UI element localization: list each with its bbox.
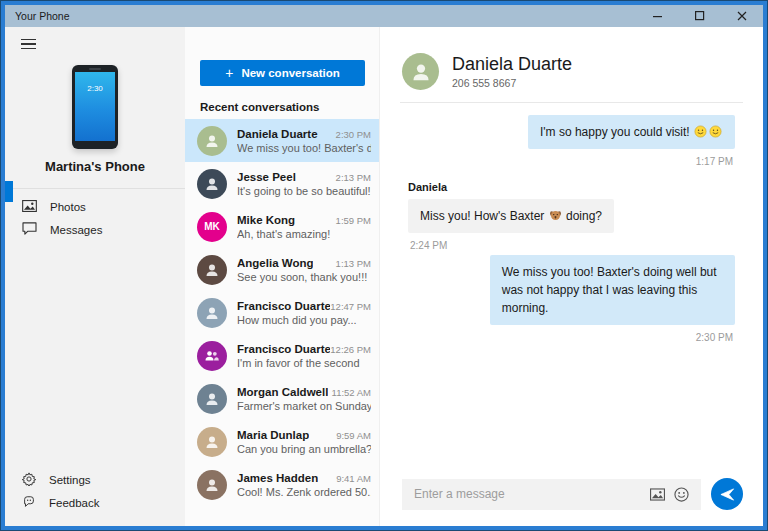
conversation-preview: I'm in favor of the second (237, 357, 371, 369)
conversation-preview: We miss you too! Baxter's doing ... (237, 142, 371, 154)
conversation-name: Daniela Duarte (237, 128, 318, 140)
sidebar-item-settings[interactable]: Settings (5, 468, 185, 491)
conversation-list-item[interactable]: Angelia Wong1:13 PMSee you soon, thank y… (185, 248, 379, 291)
group-avatar (197, 341, 227, 371)
avatar (197, 169, 227, 199)
conversation-preview: Cool! Ms. Zenk ordered 50... (237, 486, 371, 498)
emoji-picker-icon[interactable] (669, 482, 693, 506)
conversation-name: Angelia Wong (237, 257, 313, 269)
conversation-preview: It's going to be so beautiful! (237, 185, 371, 197)
conversation-time: 2:30 PM (336, 129, 371, 140)
conversation-preview: Farmer's market on Sunday? (237, 400, 371, 412)
gear-icon (22, 472, 36, 488)
conversation-time: 1:13 PM (336, 258, 371, 269)
nav-label: Feedback (49, 497, 100, 509)
contact-avatar[interactable] (402, 53, 439, 90)
conversation-preview: How much did you pay... (237, 314, 371, 326)
dog-emoji (549, 209, 562, 222)
nav-label: Photos (50, 201, 86, 213)
titlebar: Your Phone (5, 5, 763, 27)
avatar (197, 255, 227, 285)
window-title: Your Phone (15, 10, 70, 22)
conversation-list-item[interactable]: Daniela Duarte2:30 PMWe miss you too! Ba… (185, 119, 379, 162)
sidebar: 2:30 Martina's Phone PhotosMessages Sett… (5, 27, 185, 526)
sidebar-divider (5, 188, 185, 189)
conversation-preview: See you soon, thank you!!! (237, 271, 371, 283)
conversation-time: 12:26 PM (330, 344, 371, 355)
avatar (197, 384, 227, 414)
chat-panel: Daniela Duarte 206 555 8667 I'm so happy… (379, 27, 763, 526)
message-input-wrap (402, 479, 701, 510)
send-button[interactable] (711, 478, 743, 510)
sidebar-item-feedback[interactable]: Feedback (5, 491, 185, 514)
feedback-icon (22, 495, 36, 511)
conversation-name: James Hadden (237, 472, 318, 484)
message-bubble: We miss you too! Baxter's doing well but… (490, 255, 735, 325)
message-timestamp: 2:30 PM (696, 332, 733, 343)
message-sender: Daniela (408, 181, 447, 193)
avatar (197, 298, 227, 328)
conversation-list-item[interactable]: Francisco Duarte12:47 PMHow much did you… (185, 291, 379, 334)
selected-nav-indicator (5, 181, 13, 202)
conversation-time: 11:52 AM (332, 387, 371, 398)
nav-label: Messages (50, 224, 102, 236)
conversation-time: 9:41 AM (336, 473, 371, 484)
conversation-list-item[interactable]: MKMike Kong1:59 PMAh, that's amazing! (185, 205, 379, 248)
conversation-time: 1:59 PM (336, 215, 371, 226)
phone-clock: 2:30 (87, 84, 103, 141)
conversation-list-item[interactable]: Maria Dunlap9:59 AMCan you bring an umbr… (185, 420, 379, 463)
conversation-name: Francisco Duarte (237, 300, 330, 312)
sidebar-item-photos[interactable]: Photos (5, 195, 185, 218)
message-input[interactable] (414, 487, 645, 501)
conversation-time: 2:13 PM (336, 172, 371, 183)
outgoing-message: We miss you too! Baxter's doing well but… (490, 255, 735, 347)
close-button[interactable] (721, 5, 763, 27)
message-composer (380, 478, 763, 526)
conversation-name: Mike Kong (237, 214, 295, 226)
messages-icon (22, 222, 37, 237)
phone-illustration: 2:30 (72, 65, 118, 149)
outgoing-message: I'm so happy you could visit! 1:17 PM (528, 115, 735, 171)
recent-conversations-header: Recent conversations (200, 101, 379, 113)
message-timestamp: 2:24 PM (410, 240, 447, 251)
message-bubble: I'm so happy you could visit! (528, 115, 735, 149)
plus-icon: + (225, 66, 233, 80)
sidebar-item-messages[interactable]: Messages (5, 218, 185, 241)
avatar (197, 126, 227, 156)
conversation-list-item[interactable]: Jesse Peel2:13 PMIt's going to be so bea… (185, 162, 379, 205)
conversation-name: Francisco Duarte, Dani... (237, 343, 330, 355)
conversation-list-panel: + New conversation Recent conversations … (185, 27, 379, 526)
nav-label: Settings (49, 474, 91, 486)
conversation-name: Jesse Peel (237, 171, 296, 183)
smiley-emoji (694, 125, 707, 138)
conversation-name: Morgan Caldwell (237, 386, 328, 398)
incoming-message: DanielaMiss you! How's Baxter doing?2:24… (408, 171, 614, 255)
your-phone-window: Your Phone 2:30 Martina's Phone PhotosMe… (0, 0, 768, 531)
contact-name: Daniela Duarte (452, 54, 572, 75)
attach-image-icon[interactable] (645, 482, 669, 506)
message-thread: I'm so happy you could visit! 1:17 PMDan… (380, 103, 763, 478)
conversation-time: 12:47 PM (330, 301, 371, 312)
conversation-time: 9:59 AM (336, 430, 371, 441)
minimize-button[interactable] (637, 5, 679, 27)
smiley-emoji (709, 125, 722, 138)
message-timestamp: 1:17 PM (696, 156, 733, 167)
maximize-button[interactable] (679, 5, 721, 27)
new-conversation-button[interactable]: + New conversation (200, 60, 365, 86)
chat-header: Daniela Duarte 206 555 8667 (380, 27, 763, 102)
photos-icon (22, 200, 37, 214)
window-controls (637, 5, 763, 27)
avatar: MK (197, 212, 227, 242)
avatar (197, 470, 227, 500)
conversation-name: Maria Dunlap (237, 429, 309, 441)
message-bubble: Miss you! How's Baxter doing? (408, 199, 614, 233)
conversation-preview: Can you bring an umbrella? (237, 443, 371, 455)
avatar (197, 427, 227, 457)
conversation-list-item[interactable]: Francisco Duarte, Dani...12:26 PMI'm in … (185, 334, 379, 377)
menu-icon[interactable] (11, 31, 47, 57)
conversation-preview: Ah, that's amazing! (237, 228, 371, 240)
device-name: Martina's Phone (5, 159, 185, 174)
conversation-list-item[interactable]: James Hadden9:41 AMCool! Ms. Zenk ordere… (185, 463, 379, 506)
conversation-list-item[interactable]: Morgan Caldwell11:52 AMFarmer's market o… (185, 377, 379, 420)
contact-phone: 206 555 8667 (452, 77, 572, 89)
